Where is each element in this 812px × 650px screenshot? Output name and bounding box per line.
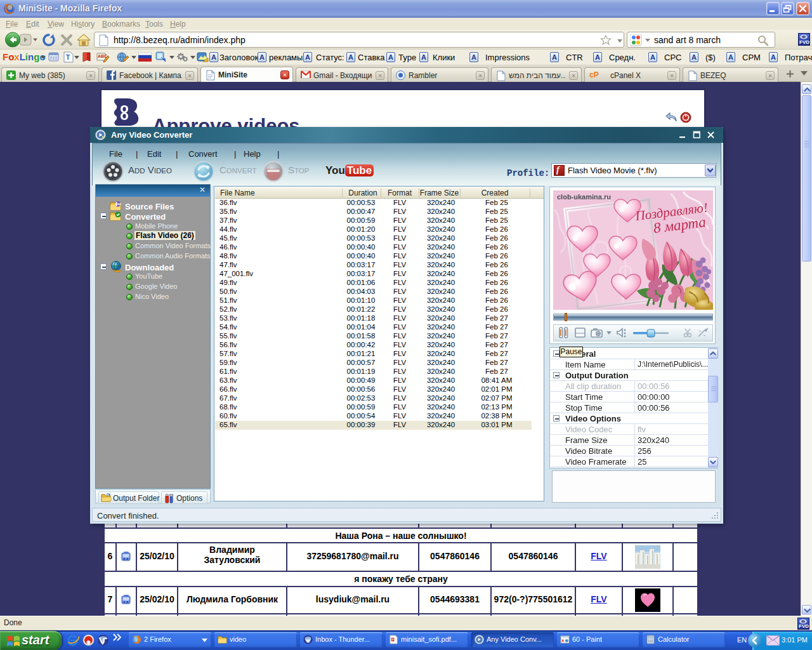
svg-text:T: T bbox=[66, 54, 70, 61]
svg-text:clob-ukamina.ru: clob-ukamina.ru bbox=[557, 193, 611, 201]
